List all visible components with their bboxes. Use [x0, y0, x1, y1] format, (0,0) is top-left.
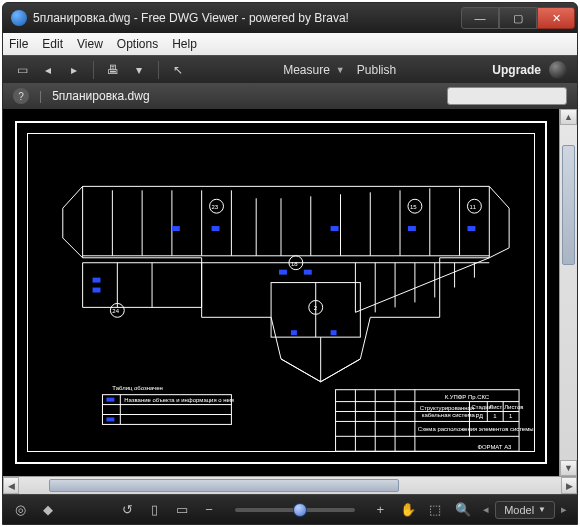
svg-rect-49 — [93, 278, 101, 283]
svg-text:11: 11 — [469, 204, 476, 210]
model-label: Model — [504, 504, 534, 516]
nav-forward-icon[interactable]: ▸ — [65, 61, 83, 79]
scroll-track[interactable] — [19, 477, 561, 494]
zoom-in-icon[interactable]: + — [373, 501, 388, 519]
svg-rect-53 — [291, 330, 297, 335]
page-icon[interactable]: ▯ — [147, 501, 162, 519]
svg-rect-47 — [408, 226, 416, 231]
zoom-region-icon[interactable]: ⬚ — [428, 501, 443, 519]
separator — [93, 61, 94, 79]
svg-text:К.УПФР Пр.СКС: К.УПФР Пр.СКС — [445, 394, 490, 400]
menu-options[interactable]: Options — [117, 37, 158, 51]
svg-text:Лист: Лист — [489, 404, 502, 410]
svg-text:Листов: Листов — [504, 404, 523, 410]
svg-rect-54 — [331, 330, 337, 335]
measure-button[interactable]: Measure — [283, 63, 330, 77]
pan-icon[interactable]: ✋ — [400, 501, 416, 519]
print-icon[interactable]: 🖶 — [104, 61, 122, 79]
svg-text:23: 23 — [212, 204, 219, 210]
nav-back-icon[interactable]: ◂ — [39, 61, 57, 79]
dropdown-icon[interactable]: ▾ — [130, 61, 148, 79]
toolbar-primary: ▭ ◂ ▸ 🖶 ▾ ↖ Measure ▼ Publish Upgrade — [3, 55, 577, 83]
scroll-thumb[interactable] — [562, 145, 575, 265]
svg-text:Структурированная: Структурированная — [420, 405, 474, 411]
window-title: 5планировка.dwg - Free DWG Viewer - powe… — [33, 11, 349, 25]
svg-text:РД: РД — [475, 413, 483, 419]
svg-rect-51 — [279, 270, 287, 275]
svg-text:кабельная система: кабельная система — [422, 412, 476, 418]
chevron-down-icon: ▼ — [538, 505, 546, 514]
chevron-right-icon[interactable]: ▸ — [561, 503, 567, 516]
svg-rect-45 — [212, 226, 220, 231]
viewport-row: 23 15 11 18 24 2 Таблиц обозначен — [3, 109, 577, 476]
layers-icon[interactable]: ◆ — [40, 501, 55, 519]
app-icon — [11, 10, 27, 26]
app-window: 5планировка.dwg - Free DWG Viewer - powe… — [2, 2, 578, 525]
magnifier-icon[interactable]: 🔍 — [455, 501, 471, 519]
svg-text:ФОРМАТ  A3: ФОРМАТ A3 — [477, 444, 512, 450]
minimize-button[interactable]: — — [461, 7, 499, 29]
svg-rect-50 — [93, 288, 101, 293]
svg-text:2: 2 — [314, 305, 317, 311]
separator: | — [39, 89, 42, 103]
scroll-track[interactable] — [560, 125, 577, 460]
scroll-right-icon[interactable]: ▶ — [561, 477, 577, 494]
svg-text:15: 15 — [410, 204, 417, 210]
horizontal-scrollbar[interactable]: ◀ ▶ — [3, 476, 577, 494]
brand-orb-icon[interactable] — [549, 61, 567, 79]
rotate-ccw-icon[interactable]: ↺ — [120, 501, 135, 519]
chevron-down-icon[interactable]: ▼ — [336, 65, 345, 75]
svg-text:1: 1 — [509, 413, 513, 419]
toolbar-secondary: ? | 5планировка.dwg — [3, 83, 577, 109]
svg-rect-52 — [304, 270, 312, 275]
svg-text:Название объекта и информация : Название объекта и информация о нем — [124, 397, 234, 403]
floorplan-svg: 23 15 11 18 24 2 Таблиц обозначен — [3, 109, 559, 476]
menu-edit[interactable]: Edit — [42, 37, 63, 51]
zoom-knob[interactable] — [293, 503, 307, 517]
document-filename: 5планировка.dwg — [52, 89, 149, 103]
globe-icon[interactable]: ◎ — [13, 501, 28, 519]
open-icon[interactable]: ▭ — [13, 61, 31, 79]
help-icon[interactable]: ? — [13, 88, 29, 104]
svg-text:Таблиц обозначен: Таблиц обозначен — [112, 385, 162, 391]
scroll-down-icon[interactable]: ▼ — [560, 460, 577, 476]
upgrade-button[interactable]: Upgrade — [492, 63, 541, 77]
svg-rect-44 — [172, 226, 180, 231]
svg-text:1: 1 — [493, 413, 497, 419]
svg-rect-48 — [467, 226, 475, 231]
svg-rect-60 — [106, 398, 114, 402]
close-button[interactable]: ✕ — [537, 7, 575, 29]
zoom-slider[interactable] — [235, 508, 355, 512]
search-input[interactable] — [447, 87, 567, 105]
svg-text:24: 24 — [112, 308, 119, 314]
svg-rect-61 — [106, 417, 114, 421]
svg-rect-46 — [331, 226, 339, 231]
zoom-out-icon[interactable]: − — [201, 501, 216, 519]
cursor-icon[interactable]: ↖ — [169, 61, 187, 79]
publish-button[interactable]: Publish — [357, 63, 396, 77]
drawing-canvas[interactable]: 23 15 11 18 24 2 Таблиц обозначен — [3, 109, 559, 476]
svg-text:18: 18 — [291, 261, 298, 267]
menu-file[interactable]: File — [9, 37, 28, 51]
chevron-left-icon[interactable]: ◂ — [483, 503, 489, 516]
titlebar[interactable]: 5планировка.dwg - Free DWG Viewer - powe… — [3, 3, 577, 33]
fit-width-icon[interactable]: ▭ — [174, 501, 189, 519]
vertical-scrollbar[interactable]: ▲ ▼ — [559, 109, 577, 476]
scroll-left-icon[interactable]: ◀ — [3, 477, 19, 494]
scroll-thumb[interactable] — [49, 479, 399, 492]
menu-help[interactable]: Help — [172, 37, 197, 51]
separator — [158, 61, 159, 79]
window-buttons: — ▢ ✕ — [461, 7, 575, 29]
svg-rect-63 — [336, 390, 520, 451]
scroll-up-icon[interactable]: ▲ — [560, 109, 577, 125]
model-space-selector[interactable]: Model ▼ — [495, 501, 555, 519]
maximize-button[interactable]: ▢ — [499, 7, 537, 29]
menubar: File Edit View Options Help — [3, 33, 577, 55]
statusbar: ◎ ◆ ↺ ▯ ▭ − + ✋ ⬚ 🔍 ◂ Model ▼ ▸ — [3, 494, 577, 524]
menu-view[interactable]: View — [77, 37, 103, 51]
svg-text:Схема расположения элементов с: Схема расположения элементов системы — [418, 426, 534, 432]
